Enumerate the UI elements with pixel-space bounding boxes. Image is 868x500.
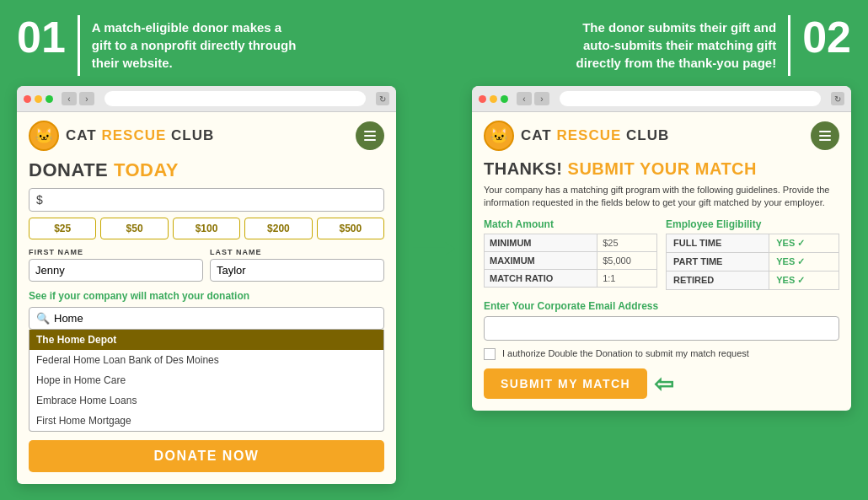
dropdown-item-2[interactable]: Hope in Home Care — [29, 370, 383, 390]
authorize-checkbox[interactable] — [484, 348, 496, 360]
hamburger-icon-left — [364, 131, 376, 141]
match-value-2: 1:1 — [597, 269, 657, 287]
match-label-0: MINIMUM — [485, 234, 597, 251]
dollar-sign: $ — [36, 193, 43, 207]
navbar-right: 🐱 CAT RESCUE CLUB — [484, 121, 839, 151]
dropdown-item-1[interactable]: Federal Home Loan Bank of Des Moines — [29, 350, 383, 370]
browser-right: ‹ › ↻ 🐱 CAT RESCUE CLUB — [472, 86, 851, 411]
name-row: FIRST NAME LAST NAME — [29, 248, 384, 282]
first-name-input[interactable] — [29, 259, 203, 282]
step2-number: 02 — [802, 15, 851, 59]
eligibility-section: Employee Eligibility FULL TIME YES ✓ PAR… — [666, 218, 839, 290]
first-name-label: FIRST NAME — [29, 248, 203, 256]
menu-btn-left[interactable] — [356, 121, 384, 150]
last-name-input[interactable] — [210, 259, 384, 282]
match-table: MINIMUM $25 MAXIMUM $5,000 MATCH RATIO 1… — [484, 234, 657, 288]
submit-arrow-icon: ⇦ — [654, 370, 673, 398]
search-input[interactable] — [54, 312, 377, 325]
step1-divider — [78, 15, 80, 76]
step1-number: 01 — [17, 15, 66, 59]
preset-btns: $25 $50 $100 $200 $500 — [29, 218, 384, 239]
first-name-group: FIRST NAME — [29, 248, 203, 282]
eligibility-row-0: FULL TIME YES ✓ — [667, 234, 839, 252]
authorize-row: I authorize Double the Donation to submi… — [484, 347, 839, 360]
step2-panel: 02 The donor submits their gift and auto… — [455, 0, 868, 411]
eligibility-value-1: YES ✓ — [769, 252, 839, 271]
preset-100[interactable]: $100 — [173, 218, 240, 239]
match-grid: Match Amount MINIMUM $25 MAXIMUM $5,000 — [484, 218, 839, 290]
browser-dots-right — [479, 95, 508, 103]
step1-panel: 01 A match-eligible donor makes a gift t… — [0, 0, 413, 484]
eligibility-label-2: RETIRED — [667, 271, 769, 289]
browser-nav-right: ‹ › — [517, 92, 549, 105]
app-content-left: 🐱 CAT RESCUE CLUB — [17, 112, 396, 484]
dropdown-list: The Home Depot Federal Home Loan Bank of… — [29, 330, 384, 432]
dropdown-item-3[interactable]: Embrace Home Loans — [29, 390, 383, 411]
eligibility-row-1: PART TIME YES ✓ — [667, 252, 839, 271]
refresh-btn-right[interactable]: ↻ — [831, 92, 844, 105]
svg-marker-1 — [445, 242, 455, 255]
browser-left: ‹ › ↻ 🐱 CAT RESCUE CLUB — [17, 86, 396, 484]
dot-red — [24, 95, 31, 103]
url-bar-left — [104, 91, 366, 106]
dot-green-dot — [46, 95, 53, 103]
email-label: Enter Your Corporate Email Address — [484, 300, 839, 312]
preset-50[interactable]: $50 — [100, 218, 168, 239]
eligibility-table: FULL TIME YES ✓ PART TIME YES ✓ RETIRED … — [666, 234, 839, 290]
dot-green-r — [501, 95, 508, 103]
last-name-label: LAST NAME — [210, 248, 384, 256]
back-btn-r[interactable]: ‹ — [517, 92, 532, 105]
match-value-1: $5,000 — [597, 251, 657, 269]
match-amount-section: Match Amount MINIMUM $25 MAXIMUM $5,000 — [484, 218, 657, 290]
navbar-left: 🐱 CAT RESCUE CLUB — [29, 121, 384, 151]
preset-200[interactable]: $200 — [244, 218, 312, 239]
authorize-text: I authorize Double the Donation to submi… — [502, 347, 749, 360]
eligibility-label-1: PART TIME — [667, 252, 769, 271]
cat-icon-left: 🐱 — [29, 121, 59, 151]
step2-divider — [788, 15, 790, 76]
company-label: See if your company will match your dona… — [29, 290, 384, 302]
eligibility-value-0: YES ✓ — [769, 234, 839, 252]
back-btn[interactable]: ‹ — [62, 92, 77, 105]
thanks-title: THANKS! SUBMIT YOUR MATCH — [484, 159, 839, 179]
submit-row: SUBMIT MY MATCH ⇦ — [484, 368, 839, 399]
match-amount-title: Match Amount — [484, 218, 657, 230]
forward-btn-r[interactable]: › — [534, 92, 549, 105]
logo-text-right: CAT RESCUE CLUB — [521, 127, 669, 144]
logo-left: 🐱 CAT RESCUE CLUB — [29, 121, 214, 151]
logo-right: 🐱 CAT RESCUE CLUB — [484, 121, 669, 151]
step2-header: 02 The donor submits their gift and auto… — [472, 15, 851, 76]
match-value-0: $25 — [597, 234, 657, 251]
match-row-0: MINIMUM $25 — [485, 234, 657, 251]
donate-now-button[interactable]: DONATE NOW — [29, 440, 384, 472]
main-container: 01 A match-eligible donor makes a gift t… — [0, 0, 868, 500]
url-bar-right — [560, 91, 821, 106]
donate-title: DONATE TODAY — [29, 159, 384, 181]
preset-500[interactable]: $500 — [317, 218, 384, 239]
logo-text-left: CAT RESCUE CLUB — [66, 127, 214, 144]
arrow-icon — [413, 236, 455, 261]
search-icon: 🔍 — [36, 312, 50, 325]
dropdown-item-0[interactable]: The Home Depot — [29, 330, 383, 350]
dropdown-item-4[interactable]: First Home Mortgage — [29, 411, 383, 431]
match-label-1: MAXIMUM — [485, 251, 597, 269]
eligibility-row-2: RETIRED YES ✓ — [667, 271, 839, 289]
match-row-2: MATCH RATIO 1:1 — [485, 269, 657, 287]
dot-red-r — [479, 95, 486, 103]
hamburger-icon-right — [819, 131, 831, 141]
amount-input[interactable] — [46, 193, 377, 207]
preset-25[interactable]: $25 — [29, 218, 96, 239]
app-content-right: 🐱 CAT RESCUE CLUB — [472, 112, 851, 411]
submit-match-button[interactable]: SUBMIT MY MATCH — [484, 368, 647, 399]
arrow-connector — [413, 0, 455, 261]
forward-btn[interactable]: › — [79, 92, 94, 105]
step2-description: The donor submits their gift and auto-su… — [576, 15, 777, 72]
dot-yellow-r — [490, 95, 497, 103]
dot-yellow — [35, 95, 42, 103]
eligibility-value-2: YES ✓ — [769, 271, 839, 289]
search-box: 🔍 — [29, 307, 384, 330]
eligibility-title: Employee Eligibility — [666, 218, 839, 230]
refresh-btn-left[interactable]: ↻ — [376, 92, 389, 105]
email-input[interactable] — [484, 316, 839, 341]
menu-btn-right[interactable] — [811, 121, 839, 150]
